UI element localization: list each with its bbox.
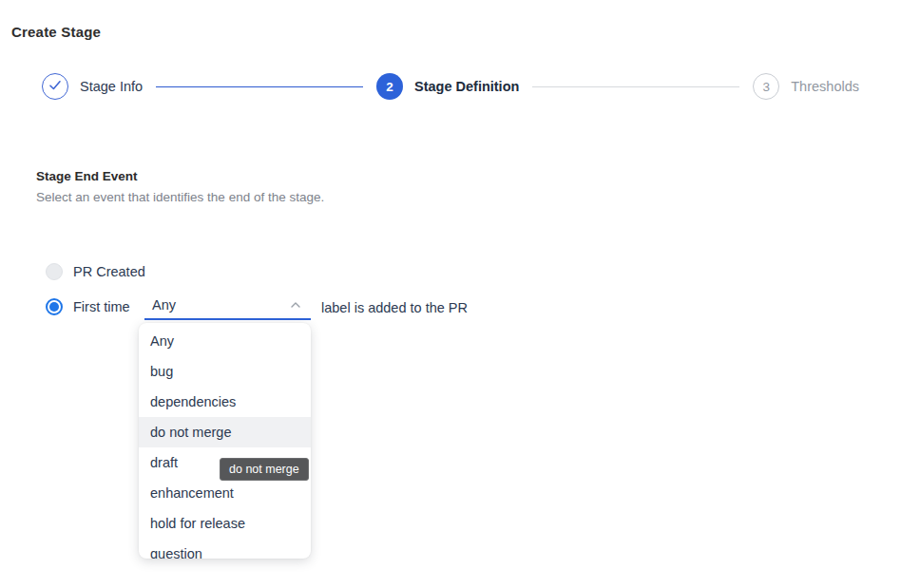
- tooltip-text: do not merge: [229, 463, 299, 476]
- step-3-indicator: 3: [753, 73, 779, 100]
- step-2-label: Stage Definition: [414, 79, 519, 94]
- radio-row-pr-created[interactable]: PR Created: [46, 263, 145, 280]
- section-heading: Stage End Event: [36, 169, 138, 183]
- wizard-stepper: Stage Info 2 Stage Definition 3 Threshol…: [42, 73, 859, 100]
- radio-pr-created-label: PR Created: [73, 264, 145, 279]
- step-stage-definition[interactable]: 2 Stage Definition: [376, 73, 519, 100]
- dropdown-option-bug[interactable]: bug: [139, 356, 311, 387]
- dropdown-option-enhancement[interactable]: enhancement: [139, 478, 311, 508]
- dropdown-option-any[interactable]: Any: [139, 326, 311, 356]
- step-3-label: Thresholds: [791, 79, 859, 94]
- step-thresholds: 3 Thresholds: [753, 73, 859, 100]
- radio-first-time[interactable]: [46, 298, 63, 315]
- create-stage-dialog: Create Stage Stage Info 2 Stage Definiti…: [0, 0, 901, 588]
- label-select-suffix-text: label is added to the PR: [321, 300, 468, 315]
- dropdown-option-do-not-merge[interactable]: do not merge: [139, 417, 311, 447]
- dropdown-option-dependencies[interactable]: dependencies: [139, 387, 311, 417]
- radio-pr-created[interactable]: [46, 263, 63, 280]
- check-icon: [48, 80, 62, 94]
- step-stage-info[interactable]: Stage Info: [42, 73, 143, 100]
- dropdown-option-hold-for-release[interactable]: hold for release: [139, 508, 311, 539]
- option-tooltip: do not merge: [220, 458, 309, 481]
- stepper-connector-1: [156, 86, 363, 87]
- stepper-connector-2: [532, 86, 739, 87]
- label-select-trigger[interactable]: Any: [144, 293, 311, 320]
- page-title: Create Stage: [11, 24, 101, 40]
- radio-first-time-label: First time: [73, 299, 130, 314]
- radio-dot: [49, 302, 59, 312]
- step-2-indicator[interactable]: 2: [376, 73, 403, 100]
- label-select-value: Any: [152, 297, 176, 313]
- label-dropdown-menu: Any bug dependencies do not merge draft …: [139, 323, 311, 559]
- dropdown-option-question[interactable]: question: [139, 539, 311, 559]
- step-1-label: Stage Info: [80, 79, 143, 94]
- section-description: Select an event that identifies the end …: [36, 190, 324, 204]
- step-1-indicator[interactable]: [42, 73, 68, 100]
- chevron-up-icon: [290, 301, 301, 309]
- radio-row-first-time[interactable]: First time: [46, 298, 130, 315]
